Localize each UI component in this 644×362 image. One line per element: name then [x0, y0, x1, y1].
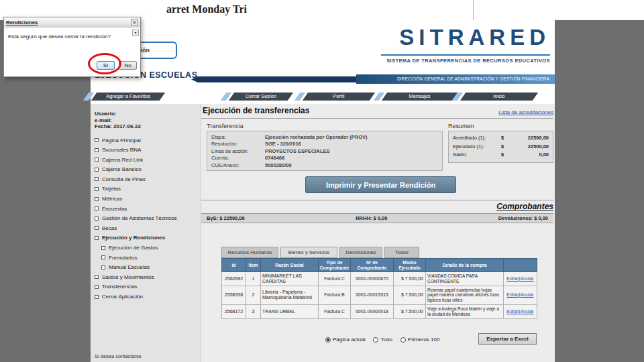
checkbox-icon: [95, 158, 99, 162]
radio-icon: [400, 337, 406, 343]
cell-detalle: VIANDAS COMIDA PARA CONTINGENTE: [426, 272, 504, 286]
totals-bar: ByS: $ 22500,00 RRHH: $ 0,00 Devolucione…: [201, 213, 553, 223]
exportar-excel-button[interactable]: Exportar a Excel: [478, 333, 537, 345]
table-row: 2568172 3 TRANS URBEL Factura C 0001-000…: [222, 304, 537, 318]
content-area: Usuario: e-mail: Fecha: 2017-06-22 Págin…: [91, 104, 555, 362]
chevron-down-icon[interactable]: ▾: [132, 29, 139, 36]
sidebar-item-tarjetas[interactable]: Tarjetas: [95, 186, 201, 192]
cell-id: 2562692: [222, 272, 246, 286]
nav-perfil[interactable]: Perfil: [303, 93, 375, 101]
cell-monto: $ 7.500,00: [394, 272, 426, 286]
header-razon-social: Razón Social: [261, 259, 319, 272]
cell-actions: Editar|Anular: [504, 272, 537, 286]
header-numero-comprobante: Nº de Comprobante: [351, 259, 394, 272]
no-button[interactable]: No: [119, 61, 137, 70]
sidebar-item-becas[interactable]: Becas: [95, 225, 201, 231]
header-detalle-compra: Detalle de la compra: [426, 259, 504, 272]
editar-link[interactable]: Editar: [506, 292, 519, 297]
sidebar-item-consulta-pines[interactable]: Consulta de Pines: [95, 176, 201, 182]
slide-partial-title: arret Monday Tri: [166, 3, 247, 15]
field-label: Cuenta:: [211, 155, 265, 162]
field-value: PROYECTOS ESPECIALES: [265, 148, 330, 155]
summary-amount: 0,00: [508, 151, 549, 160]
anular-link[interactable]: Anular: [520, 276, 533, 281]
nav-accent: [221, 93, 231, 101]
sidebar-item-formularios[interactable]: Formularios: [101, 255, 201, 261]
cell-detalle: Resmas papel cuadernolas hojas papel mad…: [426, 286, 504, 304]
tab-recursos-humanos[interactable]: Recursos Humanos: [221, 247, 278, 258]
sidebar-item-ejecucion-rendiciones[interactable]: Ejecución y Rendiciones: [95, 235, 201, 241]
sidebar-item-saldos-movimientos[interactable]: Saldos y Movimientos: [95, 274, 201, 280]
sidebar-item-ejecucion-gastos[interactable]: Ejecución de Gastos: [101, 245, 201, 251]
checkbox-icon: [95, 295, 99, 299]
radio-todo[interactable]: Todo: [373, 337, 392, 343]
sidebar-item-manual-escuelas[interactable]: Manual Escuelas: [101, 264, 201, 270]
sidebar-item-encuestas[interactable]: Encuestas: [95, 206, 201, 212]
tab-devoluciones[interactable]: Devoluciones: [339, 247, 382, 258]
sidebar-item-cajeros-banelco[interactable]: Cajeros Banelco: [95, 166, 201, 172]
cell-monto: $ 7.500,00: [394, 286, 426, 304]
cell-tipo: Factura C: [319, 304, 351, 318]
checkbox-icon: [95, 148, 99, 152]
sidebar-item-pagina-principal[interactable]: Página Principal: [95, 137, 201, 143]
radio-primeros-100[interactable]: Primeros 100: [400, 337, 440, 343]
anular-link[interactable]: Anular: [520, 309, 533, 314]
checkbox-icon: [95, 226, 99, 230]
title-rule: [201, 118, 553, 119]
sidebar-footer-note: Si desea contactarse: [95, 353, 142, 359]
sidebar-item-transferencias[interactable]: Transferencias: [95, 284, 201, 290]
sidebar-item-cerrar-aplicacion[interactable]: Cerrar Aplicación: [95, 294, 201, 300]
field-value: SGE - 320/2016: [265, 141, 301, 147]
nav-cerrar-sesion[interactable]: Cerrar Sesión: [229, 93, 293, 101]
radio-icon: [325, 337, 331, 343]
editar-link[interactable]: Editar: [506, 309, 519, 314]
summary-amount: 22500,00: [508, 143, 549, 152]
separator-line: [201, 200, 553, 200]
checkbox-icon: [95, 138, 99, 142]
comprobantes-title: Comprobantes: [496, 202, 553, 211]
imprimir-presentar-button[interactable]: Imprimir y Presentar Rendición: [305, 176, 456, 193]
header-tipo-comprobante: Tipo de Comprobante: [319, 259, 351, 272]
sidebar-item-metricas[interactable]: Métricas: [95, 196, 201, 202]
lista-acreditaciones-link[interactable]: Lista de acreditaciones: [498, 109, 553, 115]
checkbox-icon: [101, 265, 105, 269]
cell-razon: TRANS URBEL: [261, 304, 319, 318]
nav-mensajes[interactable]: Mensajes: [382, 93, 458, 101]
tab-bienes-servicios[interactable]: Bienes y Servicios: [280, 247, 337, 258]
main-panel: Ejecución de transferencias Lista de acr…: [201, 104, 555, 362]
sidebar-item-gestion-asistentes[interactable]: Gestión de Asistentes Técnicos: [95, 215, 201, 221]
dialog-title: Rendiciones: [6, 19, 38, 25]
email-label: e-mail:: [95, 117, 201, 124]
nav-agregar-favoritos[interactable]: Agregar a Favoritos: [91, 93, 165, 101]
annotation-ellipse: [88, 53, 121, 74]
tab-todos[interactable]: Todos: [384, 247, 419, 258]
field-value: 0746466: [265, 155, 284, 162]
total-rrhh: RRHH: $ 0,00: [356, 215, 387, 221]
nav-inicio[interactable]: Inicio: [460, 93, 538, 101]
sidebar-item-cajeros-red-link[interactable]: Cajeros Red Link: [95, 157, 201, 163]
field-label: Etapa:: [211, 134, 265, 141]
currency-sign: $: [501, 151, 508, 160]
total-devoluciones: Devoluciones: $ 0,00: [498, 215, 548, 221]
currency-sign: $: [501, 143, 508, 152]
close-icon[interactable]: ✕: [131, 19, 138, 26]
comprobantes-table: id Item Razón Social Tipo de Comprobante…: [221, 258, 537, 319]
dialog-titlebar[interactable]: Rendiciones ✕: [4, 17, 140, 27]
header-id: id: [222, 259, 246, 272]
checkbox-icon: [95, 275, 99, 279]
arrow-band: [191, 76, 356, 82]
cell-id: 2558338: [222, 286, 246, 304]
radio-pagina-actual[interactable]: Página actual: [325, 337, 365, 343]
table-row: 2562692 1 MINIMARKET LAS CARDITAS Factur…: [222, 272, 537, 286]
editar-link[interactable]: Editar: [506, 276, 519, 281]
field-label: Línea de acción:: [211, 148, 265, 155]
summary-amount: 22500,00: [508, 134, 549, 143]
anular-link[interactable]: Anular: [520, 292, 533, 297]
nav-accent: [374, 93, 384, 101]
cell-numero: 0001-00015315: [351, 286, 394, 304]
checkbox-icon: [95, 206, 99, 210]
checkbox-icon: [95, 236, 99, 240]
cell-razon: Librería - Papelería - Marroquinería Maf…: [261, 286, 319, 304]
field-value: Ejecución rechazada por Operador (PROV): [265, 134, 368, 141]
sidebar-item-sucursales-bna[interactable]: Sucursales BNA: [95, 147, 201, 153]
